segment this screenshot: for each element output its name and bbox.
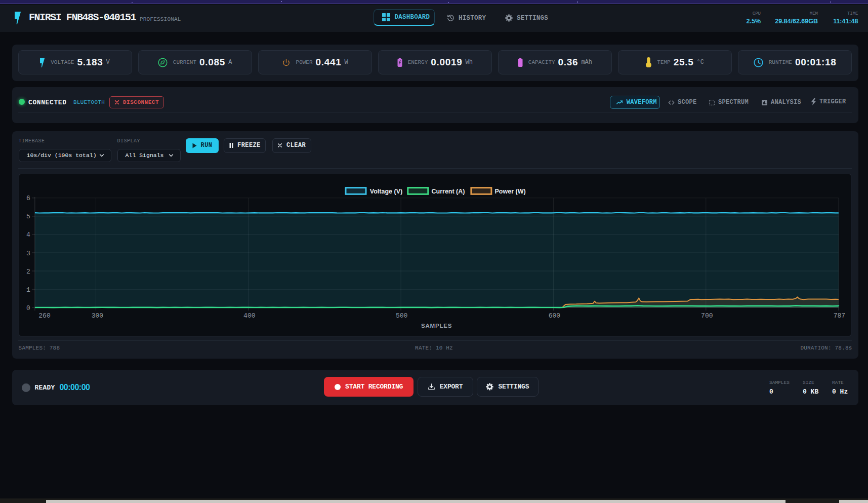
svg-text:787: 787 bbox=[833, 312, 845, 320]
svg-text:4: 4 bbox=[26, 231, 30, 239]
svg-text:5: 5 bbox=[26, 213, 30, 220]
svg-text:600: 600 bbox=[548, 312, 560, 320]
svg-text:2: 2 bbox=[26, 267, 30, 275]
svg-text:260: 260 bbox=[38, 312, 50, 320]
svg-text:Power (W): Power (W) bbox=[494, 187, 525, 195]
svg-text:300: 300 bbox=[91, 312, 103, 320]
svg-text:0: 0 bbox=[26, 304, 30, 312]
svg-text:SAMPLES: SAMPLES bbox=[421, 322, 451, 328]
svg-text:400: 400 bbox=[243, 312, 255, 320]
svg-text:Voltage (V): Voltage (V) bbox=[369, 187, 402, 195]
svg-text:1: 1 bbox=[26, 286, 30, 293]
svg-text:3: 3 bbox=[26, 249, 30, 257]
svg-text:Current (A): Current (A) bbox=[431, 187, 465, 195]
svg-text:500: 500 bbox=[395, 312, 407, 320]
svg-text:6: 6 bbox=[26, 195, 30, 202]
svg-text:700: 700 bbox=[701, 312, 713, 320]
